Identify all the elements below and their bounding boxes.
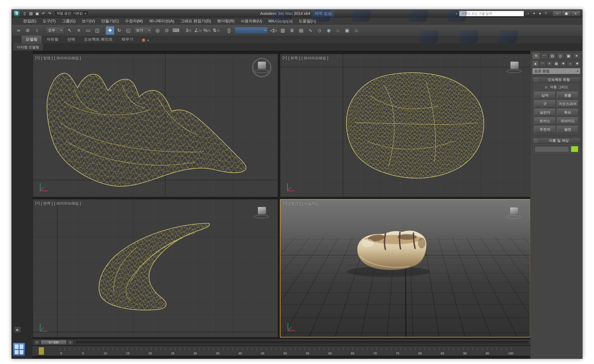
button-torus[interactable]: 토러스 — [534, 117, 556, 124]
object-type-rollout-header[interactable]: - 오브젝트 유형 — [533, 77, 580, 83]
new-file-icon[interactable]: ▯ — [22, 11, 27, 16]
autogrid-checkbox[interactable] — [544, 85, 548, 89]
use-pivot-center-icon[interactable]: ◎ — [153, 26, 162, 35]
align-icon[interactable]: ▥ — [278, 26, 287, 35]
viewcube[interactable] — [505, 58, 523, 77]
button-tube[interactable]: 튜브 — [557, 109, 578, 116]
select-and-link-icon[interactable]: ∞ — [14, 26, 23, 35]
rendered-frame-icon[interactable]: ▣ — [343, 26, 351, 35]
viewport-menu-view[interactable]: [ 원근 ] — [289, 202, 301, 206]
tab-utilities-icon[interactable]: ✶ — [573, 52, 580, 59]
category-lights-icon[interactable]: ☀ — [546, 61, 553, 66]
spinner-snap-icon[interactable]: ⇅∩ — [212, 26, 221, 35]
selection-filter-dropdown[interactable]: 모두 ▾ — [46, 27, 64, 34]
name-color-rollout-header[interactable]: - 이름 및 색상 — [533, 138, 580, 144]
viewport-perspective[interactable]: [+] [ 원근 ] [ 사실적 ] — [280, 199, 531, 338]
schematic-view-icon[interactable]: ◇ — [315, 26, 324, 35]
shaded-tooth-model[interactable] — [281, 200, 530, 337]
viewport-menu-shading[interactable]: [ 사실적 ] — [302, 202, 317, 206]
viewcube[interactable] — [505, 204, 523, 222]
menu-modifiers[interactable]: 수정자(M) — [122, 18, 146, 24]
open-file-icon[interactable]: ▨ — [28, 11, 34, 16]
material-editor-icon[interactable]: ◉ — [324, 26, 333, 35]
next-frame-button[interactable]: > — [68, 340, 73, 344]
category-cameras-icon[interactable]: ▦ — [553, 61, 560, 66]
viewport-menu-shading[interactable]: [ 와이어프레임 ] — [54, 56, 81, 61]
redo-icon[interactable]: ↷ — [47, 11, 53, 16]
tab-selection[interactable]: 선택 — [63, 35, 79, 44]
viewport-menu-view[interactable]: [ 정면 ] — [41, 56, 53, 61]
workspace-dropdown[interactable]: 작업 공간: 기본값 ▾ — [54, 11, 88, 16]
time-slider-track[interactable] — [76, 341, 528, 343]
select-and-manipulate-icon[interactable]: ⊙ — [162, 26, 171, 35]
infocenter-collapse-icon[interactable]: ▸ — [456, 12, 458, 15]
save-file-icon[interactable]: ▣ — [34, 11, 40, 16]
object-name-input[interactable] — [534, 146, 569, 152]
menu-maxscript[interactable]: MAXScript(X) — [265, 19, 296, 23]
search-icon[interactable]: ⌕ — [526, 11, 531, 16]
category-systems-icon[interactable]: ✱ — [574, 61, 580, 66]
select-and-rotate-icon[interactable]: ↻ — [115, 26, 124, 35]
button-sphere[interactable]: 구 — [534, 100, 556, 107]
category-helpers-icon[interactable]: ✚ — [560, 61, 567, 66]
category-space-warps-icon[interactable]: ≈ — [567, 61, 573, 66]
menu-tools[interactable]: 도구(T) — [40, 18, 59, 24]
viewport-top[interactable]: [+] [ 위쪽 ] [ 와이어프레임 ] — [280, 54, 531, 197]
angle-snap-icon[interactable]: ∠∩ — [194, 26, 202, 35]
menu-create[interactable]: 만들기(C) — [98, 18, 122, 24]
viewport-front[interactable]: [+] [ 정면 ] [ 와이어프레임 ] — [33, 54, 278, 197]
close-button[interactable]: × — [571, 11, 580, 16]
viewport-menu-plus[interactable]: [+] — [283, 56, 287, 61]
tab-motion-icon[interactable]: ◎ — [556, 52, 564, 59]
tab-object-paint[interactable]: 오브젝트 페인트 — [80, 35, 117, 44]
menu-edit[interactable]: 편집(E) — [20, 18, 40, 24]
tab-display-icon[interactable]: ▣ — [565, 52, 572, 59]
menu-help[interactable]: 도움말(H) — [296, 18, 319, 24]
category-shapes-icon[interactable]: ◠ — [539, 61, 546, 66]
previous-frame-button[interactable]: < — [34, 340, 40, 344]
render-production-icon[interactable]: ♨ — [352, 26, 361, 35]
keyboard-override-icon[interactable]: ⌨ — [172, 26, 180, 35]
track-bar[interactable]: 0510152025303540455055606570758085909510… — [33, 346, 530, 356]
rail-expand-button[interactable]: ▶ — [14, 326, 21, 333]
select-and-scale-icon[interactable]: ◱ — [124, 26, 133, 35]
help-icon[interactable]: ? — [543, 11, 548, 16]
tab-freeform[interactable]: 자유형 — [42, 35, 63, 44]
communication-center-icon[interactable]: ✦ — [531, 11, 537, 16]
render-setup-icon[interactable]: ♨ — [334, 26, 342, 35]
viewport-menu-shading[interactable]: [ 와이어프레임 ] — [302, 56, 328, 61]
tab-modeling[interactable]: 모델링 — [21, 35, 42, 44]
viewport-menu-plus[interactable]: [+] — [35, 56, 40, 61]
application-menu-button[interactable]: 3 — [14, 10, 20, 17]
tab-hierarchy-icon[interactable]: ▤ — [548, 52, 556, 59]
restore-button[interactable]: ▣ — [562, 11, 571, 16]
menu-views[interactable]: 보기(V) — [79, 18, 98, 24]
wireframe-tooth-left[interactable] — [33, 199, 278, 337]
viewcube[interactable] — [253, 58, 271, 77]
viewport-menu-shading[interactable]: [ 와이어프레임 ] — [54, 201, 81, 206]
undo-icon[interactable]: ↶ — [40, 11, 46, 16]
viewcube[interactable] — [253, 204, 271, 222]
button-geosphere[interactable]: 지오스피어 — [557, 100, 578, 107]
viewport-menu-plus[interactable]: [+] — [283, 202, 287, 206]
menu-animation[interactable]: 애니메이션(A) — [146, 18, 177, 24]
menu-graph-editors[interactable]: 그래프 편집기(D) — [177, 18, 214, 24]
select-and-move-icon[interactable]: ✚ — [106, 26, 114, 35]
wireframe-tooth-top[interactable] — [280, 54, 530, 197]
snaps-toggle-icon[interactable]: 3∩ — [184, 26, 193, 35]
button-plane[interactable]: 평면 — [557, 126, 578, 133]
named-selection-sets-dropdown[interactable]: ▾ — [235, 27, 268, 34]
primitive-category-dropdown[interactable]: 표준 원형 ▾ — [532, 68, 580, 74]
favorites-icon[interactable]: ★ — [537, 11, 543, 16]
button-cone[interactable]: 원뿔 — [557, 92, 578, 99]
percent-snap-icon[interactable]: %∩ — [203, 26, 211, 35]
object-color-swatch[interactable] — [571, 146, 578, 152]
rectangular-selection-icon[interactable]: ▭ — [84, 26, 93, 35]
category-geometry-icon[interactable]: ● — [532, 61, 539, 66]
viewport-layout-tabs-button[interactable] — [13, 343, 25, 356]
wireframe-tooth-front[interactable] — [33, 54, 278, 197]
tab-modify-icon[interactable]: ◠ — [540, 52, 548, 59]
mirror-icon[interactable]: ◁▷ — [269, 26, 278, 35]
search-input[interactable] — [459, 11, 524, 16]
viewport-menu-view[interactable]: [ 왼쪽 ] — [41, 201, 53, 206]
